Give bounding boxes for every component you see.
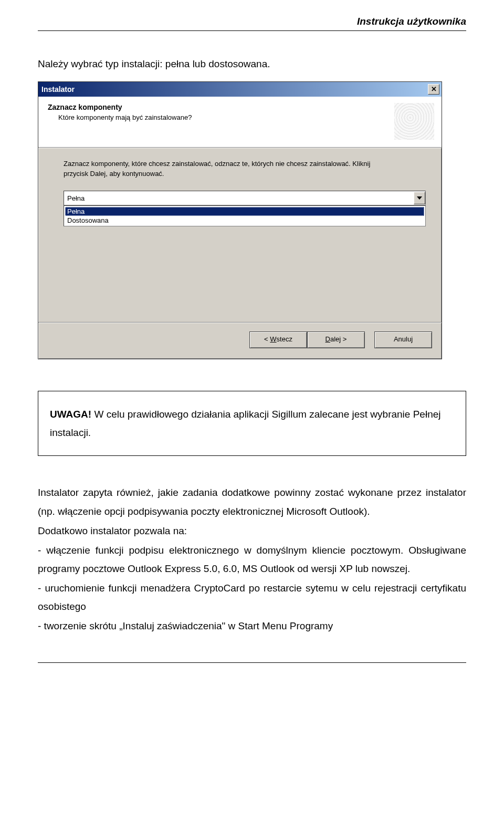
cancel-button[interactable]: Anuluj <box>374 331 432 348</box>
banner-subtitle: Które komponenty mają być zainstalowane? <box>48 113 192 121</box>
body-paragraph: - włączenie funkcji podpisu elektroniczn… <box>38 541 466 578</box>
installer-dialog: Instalator ✕ Zaznacz komponenty Które ko… <box>38 81 442 359</box>
footer-divider <box>38 662 466 663</box>
dialog-title: Instalator <box>41 85 75 94</box>
dialog-button-row: < Wstecz Dalej > Anuluj <box>38 331 442 359</box>
dialog-divider <box>38 322 442 323</box>
body-paragraph: Instalator zapyta również, jakie zadania… <box>38 483 466 520</box>
body-paragraph: - tworzenie skrótu „Instaluj zaświadczen… <box>38 617 466 635</box>
intro-paragraph: Należy wybrać typ instalacji: pełna lub … <box>38 56 466 72</box>
body-paragraph: - uruchomienie funkcji menadżera CryptoC… <box>38 579 466 616</box>
body-paragraph: Dodatkowo instalator pozwala na: <box>38 522 466 540</box>
list-item[interactable]: Pełna <box>65 207 424 216</box>
warning-label: UWAGA! <box>50 409 91 420</box>
warning-text: W celu prawidłowego działania aplikacji … <box>50 409 441 438</box>
dialog-titlebar: Instalator ✕ <box>38 82 442 97</box>
install-type-listbox[interactable]: Pełna Dostosowana <box>64 205 426 226</box>
back-button[interactable]: < Wstecz <box>249 331 307 348</box>
install-type-combo[interactable]: Pełna <box>64 191 426 205</box>
list-item[interactable]: Dostosowana <box>65 216 424 225</box>
combo-selected-value: Pełna <box>67 194 85 202</box>
warning-box: UWAGA! W celu prawidłowego działania apl… <box>38 391 466 456</box>
svg-marker-0 <box>417 196 422 200</box>
dialog-banner: Zaznacz komponenty Które komponenty mają… <box>38 97 442 148</box>
page-header: Instrukcja użytkownika <box>38 16 466 31</box>
chevron-down-icon[interactable] <box>414 192 425 204</box>
next-button[interactable]: Dalej > <box>307 331 365 348</box>
close-icon[interactable]: ✕ <box>428 84 439 95</box>
banner-title: Zaznacz komponenty <box>48 103 192 111</box>
dialog-instruction: Zaznacz komponenty, które chcesz zainsta… <box>64 159 389 179</box>
fingerprint-icon <box>394 103 434 140</box>
